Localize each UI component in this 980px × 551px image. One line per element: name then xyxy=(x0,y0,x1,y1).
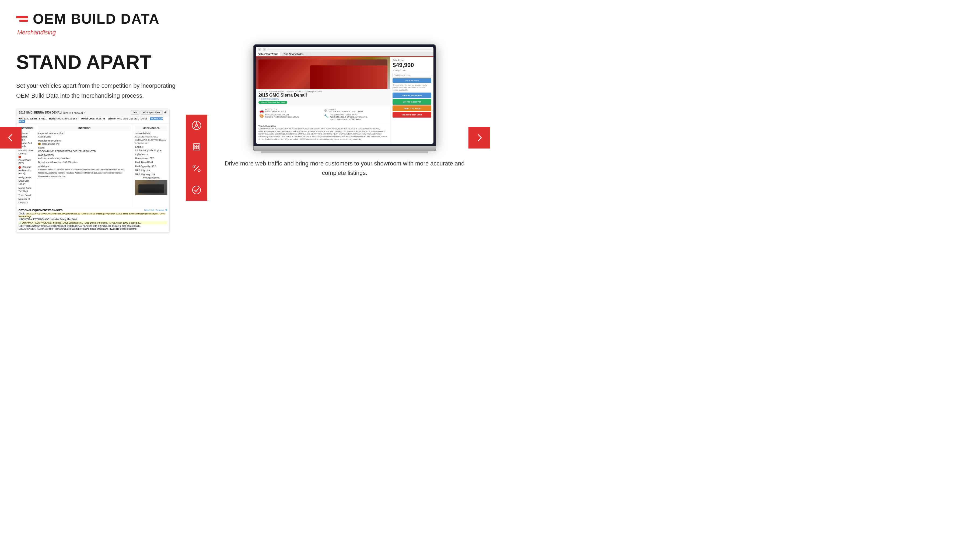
trans-row: Transmission: ALLISON 1000 6-SPEED AUTOM… xyxy=(135,132,167,145)
hero-bg xyxy=(258,59,387,89)
svg-point-15 xyxy=(192,186,200,194)
remove-all-link[interactable]: Remove All xyxy=(156,209,167,212)
interior-title: INTERIOR xyxy=(38,126,131,130)
sale-price-label: Sale Price xyxy=(393,59,431,62)
full-warranty: Full: 36 months - 36,000 miles xyxy=(38,157,131,160)
confirm-link[interactable]: ✓ Confirm availability xyxy=(258,98,387,100)
get-preapproved-button[interactable]: Get Pre-Approved xyxy=(393,99,431,105)
pkg-3: ☑ DURAMAX PLUS PACKAGE: includes (LML) D… xyxy=(19,221,167,224)
pkg-4: ☐ ENTERTAINMENT PACKAGE: REAR SEAT DVD/B… xyxy=(19,225,167,228)
trans-row: 🔧 TRANSMISSION / DRIVE TYPE ALLISON 1000… xyxy=(324,114,387,121)
listing-right: Sale Price $49,900 ✓ Only 1 Left! Get Sa… xyxy=(390,57,433,144)
laptop-base xyxy=(253,146,436,151)
price-note: *Please Note: We turn our inventory dail… xyxy=(393,84,431,91)
vehicle-info-bar: VIN: 1GT120E85FF576301 Stock #: F576301T… xyxy=(256,89,390,106)
tow-button[interactable]: Tow xyxy=(131,111,140,114)
avail-badge: Status: Available For Sale xyxy=(258,101,287,104)
cylinders-row: Cylinders: 8 xyxy=(135,153,167,156)
spec-card: 2015 GMC SIERRA 2500 DENALI (SKF: F57630… xyxy=(16,109,170,233)
tools-button[interactable] xyxy=(186,158,207,179)
email-input[interactable] xyxy=(393,73,431,78)
body-icon: 🚗 xyxy=(259,108,264,113)
truck-silhouette xyxy=(138,184,164,194)
color-icon: 🎨 xyxy=(259,114,264,118)
check-circle-button[interactable] xyxy=(186,179,207,201)
listing-main: VIN: 1GT120E85FF576301 Stock #: F576301T… xyxy=(256,57,433,144)
trans-icon: 🔧 xyxy=(324,114,328,118)
mechanical-col: MECHANICAL Transmission: ALLISON 1000 6-… xyxy=(133,124,169,207)
vehicle-value: 4WD Crew Cab 153.7" Denali xyxy=(117,118,147,120)
print-spec-button[interactable]: Print Spec Sheet xyxy=(141,111,162,114)
only-left: ✓ Only 1 Left! xyxy=(393,69,431,71)
bottom-caption: Drive more web traffic and bring more cu… xyxy=(215,159,474,178)
vehicle-label: Vehicle: xyxy=(108,118,117,120)
tab-new-vehicles[interactable]: Find New Vehicles xyxy=(281,52,306,56)
laptop: ‹ › Value Your Trade Find New Vehicles xyxy=(253,44,436,153)
vehicle-hero-image xyxy=(256,57,390,89)
icon-strip xyxy=(186,44,207,271)
vin-info: 2015 GMC SIERRA 2500 DENALI (SKF: F57630… xyxy=(19,111,86,114)
value-trade-button[interactable]: Value Your Trade xyxy=(393,105,431,111)
app-title: OEM BUILD DATA xyxy=(33,11,160,27)
svg-rect-9 xyxy=(197,147,199,149)
drivetrain-warranty: Drivetrain: 60 months - 100,000 miles xyxy=(38,161,131,164)
svg-line-4 xyxy=(197,126,199,128)
logo-area: OEM BUILD DATA xyxy=(16,11,474,27)
int-mfr-colors: Manufacturer Colors: Cocoa/Dune (PY) xyxy=(38,139,131,146)
sale-price-value: $49,900 xyxy=(393,62,431,68)
get-sale-button[interactable]: Get Sale Price xyxy=(393,78,431,83)
subtitle: Merchandising xyxy=(16,29,474,36)
sku: (SKF: F576301T) xyxy=(63,111,83,114)
listing-left: VIN: 1GT120E85FF576301 Stock #: F576301T… xyxy=(256,57,390,144)
engine-row: ⚙ ENGINE 6.6L V8 32V DDI OHV Turbo Diese… xyxy=(324,108,387,113)
print-icon[interactable]: 🖨 xyxy=(164,111,167,114)
num-doors-row: Number of Doors: 4 xyxy=(19,198,34,204)
browser-forward[interactable]: › xyxy=(263,48,266,51)
interior-col: INTERIOR Imported Interior Color: Cocoa/… xyxy=(36,124,133,207)
browser-back[interactable]: ‹ xyxy=(258,48,261,51)
stock-photo xyxy=(135,180,167,195)
svg-rect-7 xyxy=(197,145,199,147)
model-code-row: Model Code: TK25743 xyxy=(19,187,34,193)
body-row: Body: 4WD Crew Cab 153.7" xyxy=(19,176,34,186)
model-code-label: Model Code: xyxy=(81,118,96,120)
confirm-availability-button[interactable]: Confirm Availability xyxy=(393,92,431,98)
sonoma-color: Sonoma Red Metallic (GCE) xyxy=(19,166,34,175)
laptop-display: ‹ › Value Your Trade Find New Vehicles xyxy=(256,47,433,144)
header: OEM BUILD DATA Merchandising xyxy=(0,0,490,39)
mfr-colors: Manufacturer Colors: Cocoa/Dune (WY) xyxy=(19,149,34,165)
tab-other[interactable] xyxy=(306,52,312,56)
address-bar[interactable] xyxy=(267,49,431,50)
vin-label: VIN: xyxy=(19,118,24,120)
listing-page: ‹ › Value Your Trade Find New Vehicles xyxy=(256,47,433,144)
car-title: 2015 GMC SIERRA 2500 DENALI xyxy=(19,111,62,114)
select-all-link[interactable]: Select All xyxy=(144,209,153,212)
laptop-bottom xyxy=(261,151,428,153)
listing-tabs: Value Your Trade Find New Vehicles xyxy=(256,52,433,57)
svg-rect-8 xyxy=(195,147,196,149)
laptop-screen: ‹ › Value Your Trade Find New Vehicles xyxy=(253,44,436,146)
model-code-value: TK25743 xyxy=(95,118,105,120)
prev-arrow[interactable] xyxy=(0,127,22,149)
steering-wheel-button[interactable] xyxy=(186,114,207,136)
pkg-1: ☐ Add DURAMAX PLUS PACKAGE: includes (LM… xyxy=(19,213,167,218)
svg-line-3 xyxy=(194,126,196,128)
module-button[interactable] xyxy=(186,136,207,158)
body-style-section: 🚗 BODY STYLE 4WD Crew Cab 153.7 🎨 xyxy=(258,108,323,122)
next-arrow[interactable] xyxy=(468,127,490,149)
tab-value-your-trade[interactable]: Value Your Trade xyxy=(256,52,281,56)
vin-body-row: VIN: 1GT120E85FF576301 Body: 4WD Crew Ca… xyxy=(16,116,169,124)
warranty-section: WARRANTIES Full: 36 months - 36,000 mile… xyxy=(38,154,131,178)
spec-actions: Tow Print Spec Sheet 🖨 xyxy=(131,111,167,114)
seats-row: Seats: COCOA/DUNE, PERFORATED LEATHER-AP… xyxy=(38,146,131,153)
vehicle-description: Vehicle Description Summary**CLEAN AUTOC… xyxy=(256,124,390,141)
main-content: STAND APART Set your vehicles apart from… xyxy=(0,39,490,271)
vehicle-vin: VIN: 1GT120E85FF576301 Stock #: F576301T… xyxy=(258,91,387,93)
mpg-hwy-row: MPG Highway: NA xyxy=(135,173,167,176)
ext-color-row: 🎨 EST. COLOR / INT. COLOR Sonoma Red Met… xyxy=(259,114,322,118)
fuel-cap-row: Fuel Capacity: 36.0 xyxy=(135,165,167,168)
schedule-test-button[interactable]: Schedule Test Drive xyxy=(393,112,431,118)
pkg-2: ☑ DRIVER ALERT PACKAGE: includes Safety … xyxy=(19,218,167,221)
pkg-5: ☐ SUSPENSION PACKAGE: OFF-ROAD: includes… xyxy=(19,228,167,231)
vin-value: 1GT120E85FF576301 xyxy=(24,118,46,120)
